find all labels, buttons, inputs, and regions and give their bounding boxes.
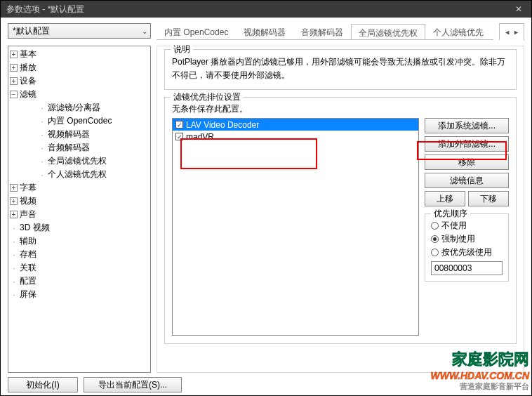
tab-personal-filter[interactable]: 个人滤镜优先 <box>425 23 491 39</box>
filter-settings-box: 滤镜优先排位设置 无条件保存此配置。 ✓ LAV Video Decoder ✓… <box>164 97 517 344</box>
config-select[interactable]: *默认配置 ⌄ <box>8 23 151 39</box>
list-item[interactable]: ✓ LAV Video Decoder <box>173 119 418 131</box>
tab-video-decoder[interactable]: 视频解码器 <box>236 23 293 39</box>
priority-box: 优先顺序 不使用 强制使用 按优先级使用 00800003 <box>425 213 509 282</box>
collapse-icon[interactable]: − <box>10 91 18 98</box>
tab-audio-decoder[interactable]: 音频解码器 <box>293 23 351 39</box>
chevron-left-icon[interactable]: ◄ <box>503 29 512 36</box>
list-item[interactable]: ✓ madVR <box>173 131 418 143</box>
expand-icon[interactable]: + <box>10 51 18 58</box>
move-up-button[interactable]: 上移 <box>425 191 465 206</box>
tab-global-filter[interactable]: 全局滤镜优先权 <box>351 24 425 40</box>
priority-radio-disable[interactable]: 不使用 <box>431 220 503 232</box>
checkbox-icon[interactable]: ✓ <box>175 121 183 128</box>
filter-info-button[interactable]: 滤镜信息 <box>425 173 509 188</box>
priority-radio-level[interactable]: 按优先级使用 <box>431 246 503 258</box>
chevron-right-icon[interactable]: ► <box>512 29 521 36</box>
add-external-filter-button[interactable]: 添加外部滤镜... <box>425 136 509 152</box>
watermark: 家庭影院网 WWW.HDAV.COM.CN 营造家庭影音新平台 <box>431 349 530 392</box>
window-title: 参数选项 - *默认配置 <box>6 4 84 15</box>
title-bar: 参数选项 - *默认配置 ✕ <box>1 1 531 18</box>
tab-opencodec[interactable]: 内置 OpenCodec <box>157 23 236 39</box>
tab-bar: 内置 OpenCodec 视频解码器 音频解码器 全局滤镜优先权 个人滤镜优先 <box>157 23 493 40</box>
expand-icon[interactable]: + <box>10 64 18 72</box>
priority-radio-force[interactable]: 强制使用 <box>431 233 503 245</box>
export-config-button[interactable]: 导出当前配置(S)... <box>84 377 182 392</box>
expand-icon[interactable]: + <box>10 184 18 192</box>
tab-scroll[interactable]: ◄ ► <box>499 23 524 40</box>
close-icon[interactable]: ✕ <box>512 3 526 15</box>
filter-list[interactable]: ✓ LAV Video Decoder ✓ madVR <box>172 118 419 336</box>
priority-value-input[interactable]: 00800003 <box>431 261 503 275</box>
settings-panel: 说明 PotPlayer 播放器内置的滤镜已够用，用外部滤镜可能会导致无法播放或… <box>157 46 524 373</box>
checkbox-icon[interactable]: ✓ <box>175 133 183 140</box>
category-tree[interactable]: +基本 +播放 +设备 −滤镜 源滤镜/分离器 内置 OpenCodec 视频解… <box>8 46 151 373</box>
move-down-button[interactable]: 下移 <box>468 191 509 206</box>
add-system-filter-button[interactable]: 添加系统滤镜... <box>425 118 509 133</box>
initialize-button[interactable]: 初始化(I) <box>8 377 78 392</box>
remove-button[interactable]: 移除 <box>425 154 509 170</box>
description-box: 说明 PotPlayer 播放器内置的滤镜已够用，用外部滤镜可能会导致无法播放或… <box>164 49 517 90</box>
chevron-down-icon: ⌄ <box>142 27 147 35</box>
expand-icon[interactable]: + <box>10 211 18 218</box>
expand-icon[interactable]: + <box>10 77 18 85</box>
expand-icon[interactable]: + <box>10 197 18 205</box>
